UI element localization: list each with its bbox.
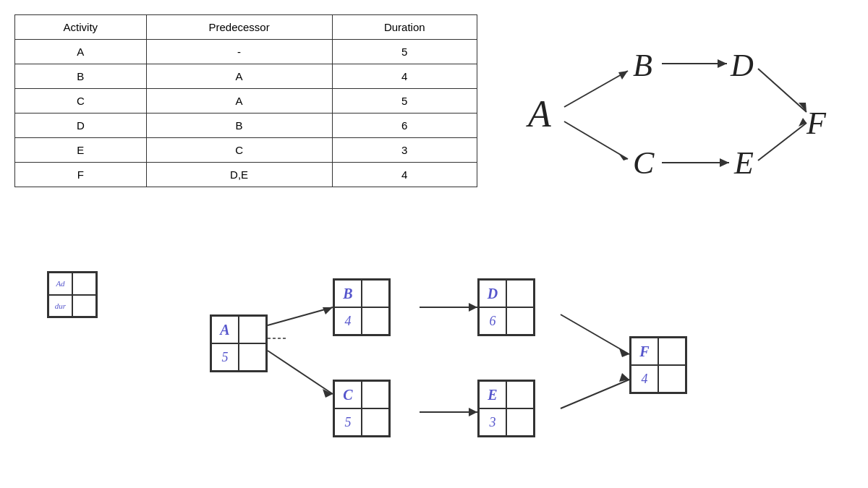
svg-line-28 — [561, 380, 629, 408]
svg-line-16 — [758, 123, 807, 160]
svg-text:D: D — [730, 48, 754, 83]
node-f-label: F — [631, 338, 658, 365]
col-header-duration: Duration — [332, 15, 477, 40]
cell-duration: 4 — [332, 64, 477, 89]
node-f-duration: 4 — [631, 365, 658, 393]
svg-marker-19 — [323, 307, 333, 314]
node-b-label: B — [334, 280, 362, 307]
node-b: B 4 — [333, 278, 391, 336]
cell-activity: C — [15, 89, 147, 114]
svg-text:B: B — [633, 48, 652, 83]
table-row: BA4 — [15, 64, 477, 89]
svg-marker-23 — [469, 303, 477, 312]
node-f: F 4 — [629, 336, 687, 394]
node-e: E 3 — [477, 380, 535, 437]
svg-marker-11 — [718, 59, 727, 68]
cell-duration: 6 — [332, 114, 477, 138]
cell-duration: 5 — [332, 40, 477, 64]
node-e-duration: 3 — [479, 408, 506, 436]
node-a: A 5 — [210, 314, 268, 372]
svg-line-8 — [564, 121, 628, 159]
cell-activity: F — [15, 163, 147, 187]
node-d: D 6 — [477, 278, 535, 336]
svg-text:E: E — [733, 145, 754, 181]
network-diagram-top: A B C D E F — [506, 22, 839, 224]
table-row: EC3 — [15, 138, 477, 163]
cell-predecessor: A — [146, 64, 332, 89]
node-c-label: C — [334, 381, 362, 408]
svg-marker-13 — [720, 158, 729, 167]
svg-marker-9 — [618, 153, 628, 160]
node-d-label: D — [479, 280, 506, 307]
activity-table: Activity Predecessor Duration A-5BA4CA5D… — [14, 14, 477, 187]
node-b-duration: 4 — [334, 307, 362, 335]
legend-duration-label: dur — [48, 295, 72, 317]
cell-activity: E — [15, 138, 147, 163]
svg-line-6 — [564, 71, 628, 107]
node-diagram-bottom: Ad dur A 5 B 4 C 5 D 6 E 3 F — [43, 267, 839, 484]
node-a-duration: 5 — [211, 343, 239, 371]
col-header-predecessor: Predecessor — [146, 15, 332, 40]
cell-duration: 3 — [332, 138, 477, 163]
cell-predecessor: B — [146, 114, 332, 138]
svg-line-20 — [268, 351, 333, 394]
cell-activity: A — [15, 40, 147, 64]
cell-duration: 5 — [332, 89, 477, 114]
svg-text:A: A — [526, 93, 551, 134]
legend-activity-label: Ad — [48, 273, 72, 295]
cell-predecessor: C — [146, 138, 332, 163]
svg-marker-25 — [469, 408, 477, 416]
node-e-label: E — [479, 381, 506, 408]
svg-line-14 — [758, 69, 807, 112]
table-row: A-5 — [15, 40, 477, 64]
node-c-duration: 5 — [334, 408, 362, 436]
node-a-label: A — [211, 316, 239, 343]
table-row: FD,E4 — [15, 163, 477, 187]
cell-activity: B — [15, 64, 147, 89]
cell-predecessor: D,E — [146, 163, 332, 187]
svg-line-26 — [561, 314, 629, 354]
cell-activity: D — [15, 114, 147, 138]
col-header-activity: Activity — [15, 15, 147, 40]
node-c: C 5 — [333, 380, 391, 437]
cell-predecessor: A — [146, 89, 332, 114]
svg-text:F: F — [806, 106, 827, 141]
node-d-duration: 6 — [479, 307, 506, 335]
svg-text:C: C — [633, 145, 655, 181]
svg-line-18 — [268, 307, 333, 325]
cell-predecessor: - — [146, 40, 332, 64]
table-row: CA5 — [15, 89, 477, 114]
legend-node: Ad dur — [47, 271, 98, 318]
cell-duration: 4 — [332, 163, 477, 187]
table-row: DB6 — [15, 114, 477, 138]
